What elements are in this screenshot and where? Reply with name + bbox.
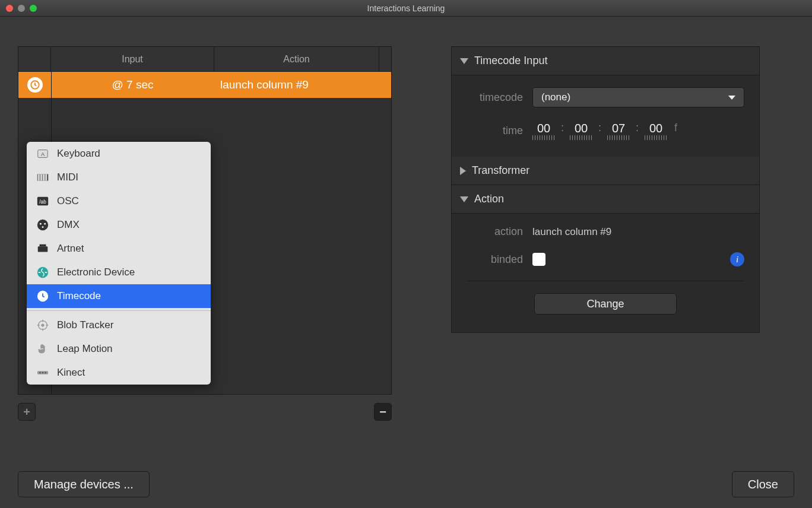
th-extra [379, 47, 391, 71]
time-minutes: 00 [575, 122, 588, 135]
chevron-down-icon [460, 196, 468, 202]
section-title: Action [474, 193, 504, 205]
popup-label: Keyboard [57, 148, 100, 160]
minus-icon: − [379, 405, 386, 419]
keyboard-icon: A [36, 147, 50, 161]
chevron-down-icon [460, 58, 468, 64]
svg-rect-8 [45, 174, 46, 181]
svg-rect-5 [40, 174, 41, 181]
remove-button[interactable]: − [374, 403, 392, 421]
binded-label: binded [467, 253, 523, 266]
svg-point-24 [42, 372, 44, 374]
section-action[interactable]: Action [452, 185, 759, 214]
popup-item-timecode[interactable]: Timecode [27, 284, 211, 308]
popup-label: Timecode [57, 290, 101, 302]
popup-label: DMX [57, 219, 80, 231]
titlebar: Interactions Learning [0, 0, 812, 17]
traffic-lights [6, 5, 37, 12]
action-label: action [467, 226, 523, 238]
svg-point-13 [40, 223, 42, 225]
row-action: launch column #9 [214, 78, 391, 91]
time-seconds: 07 [612, 122, 625, 135]
kinect-icon [36, 366, 50, 380]
svg-rect-17 [40, 245, 46, 247]
popup-item-electronic[interactable]: Electronic Device [27, 261, 211, 284]
row-input: @ 7 sec [51, 78, 214, 91]
popup-label: Electronic Device [57, 266, 135, 278]
th-action: Action [214, 47, 379, 71]
select-value: (none) [541, 91, 570, 103]
dmx-icon [36, 218, 50, 232]
svg-point-25 [45, 372, 46, 374]
add-button[interactable]: + [18, 403, 36, 421]
popup-item-osc[interactable]: /ab OSC [27, 189, 211, 213]
close-window-icon[interactable] [6, 5, 13, 12]
svg-text:/ab: /ab [39, 199, 46, 205]
svg-point-21 [42, 324, 44, 326]
artnet-icon [36, 242, 50, 256]
time-input[interactable]: 00 : 00 : 07 : 00 f [532, 122, 677, 140]
svg-rect-9 [46, 174, 47, 181]
popup-label: Kinect [57, 367, 85, 379]
clock-icon [36, 289, 50, 303]
input-type-popup: A Keyboard MIDI /ab OSC DMX Artnet Elect… [27, 142, 211, 385]
binded-checkbox[interactable] [532, 253, 545, 266]
popup-item-artnet[interactable]: Artnet [27, 237, 211, 261]
info-icon[interactable]: i [730, 252, 744, 266]
popup-item-dmx[interactable]: DMX [27, 213, 211, 237]
osc-icon: /ab [36, 194, 50, 208]
change-button[interactable]: Change [534, 293, 677, 315]
popup-label: Artnet [57, 243, 84, 255]
maximize-window-icon[interactable] [30, 5, 37, 12]
popup-item-kinect[interactable]: Kinect [27, 361, 211, 385]
popup-item-blob[interactable]: Blob Tracker [27, 313, 211, 337]
th-input: Input [51, 47, 214, 71]
timecode-select[interactable]: (none) [532, 87, 744, 107]
svg-rect-7 [43, 174, 44, 181]
popup-label: Leap Motion [57, 343, 113, 355]
time-frames: 00 [649, 122, 662, 135]
chevron-right-icon [460, 167, 466, 175]
svg-rect-16 [38, 246, 48, 252]
close-button[interactable]: Close [732, 471, 794, 497]
svg-point-23 [39, 372, 41, 374]
popup-label: Blob Tracker [57, 319, 113, 331]
action-value: launch column #9 [532, 226, 611, 238]
popup-item-keyboard[interactable]: A Keyboard [27, 142, 211, 166]
electronic-device-icon [36, 265, 50, 280]
svg-point-14 [44, 223, 46, 225]
popup-item-midi[interactable]: MIDI [27, 166, 211, 189]
time-label: time [467, 125, 523, 137]
time-hours: 00 [537, 122, 550, 135]
window-title: Interactions Learning [367, 4, 445, 13]
table-row[interactable]: @ 7 sec launch column #9 [18, 72, 391, 98]
th-icon [18, 47, 51, 71]
section-timecode-input[interactable]: Timecode Input [452, 47, 759, 75]
popup-label: OSC [57, 195, 79, 207]
section-title: Transformer [472, 164, 529, 177]
section-title: Timecode Input [474, 55, 547, 67]
chevron-down-icon [728, 96, 735, 100]
svg-point-12 [37, 220, 48, 230]
blob-tracker-icon [36, 318, 50, 332]
svg-point-15 [42, 226, 44, 228]
section-transformer[interactable]: Transformer [452, 157, 759, 185]
manage-devices-button[interactable]: Manage devices ... [18, 471, 150, 497]
minimize-window-icon[interactable] [18, 5, 25, 12]
inspector-panel: Timecode Input timecode (none) time 00 :… [451, 46, 760, 333]
clock-icon [27, 77, 43, 93]
leap-motion-icon [36, 342, 50, 356]
timecode-label: timecode [467, 91, 523, 104]
svg-rect-6 [41, 174, 42, 181]
svg-rect-4 [38, 174, 39, 181]
midi-icon [36, 170, 50, 185]
popup-label: MIDI [57, 172, 78, 183]
svg-text:A: A [41, 151, 45, 157]
plus-icon: + [23, 405, 30, 419]
popup-item-leap[interactable]: Leap Motion [27, 337, 211, 361]
